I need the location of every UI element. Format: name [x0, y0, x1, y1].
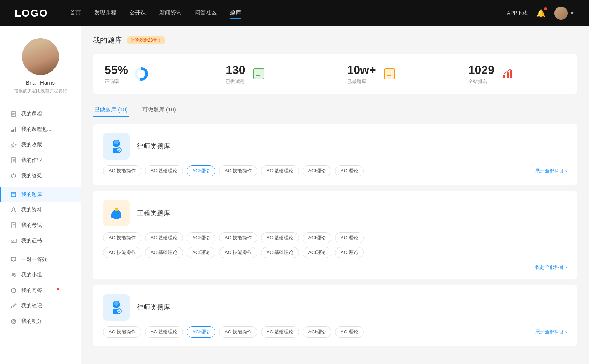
tag[interactable]: ACI技能操作	[103, 232, 141, 243]
bank-card-2: 工程类题库 ACI技能操作 ACI基础理论 ACI理论 ACI技能操作 ACI基…	[93, 191, 577, 279]
tag[interactable]: ACI技能操作	[219, 247, 257, 258]
svg-point-25	[11, 319, 16, 324]
sidebar-label: 我的题库	[21, 191, 42, 198]
tag[interactable]: ACI基础理论	[145, 326, 183, 338]
bank-2-title: 工程类题库	[137, 209, 170, 218]
sidebar-label: 我的笔记	[21, 303, 42, 309]
sidebar-item-cert[interactable]: 我的证书	[0, 233, 81, 249]
tag[interactable]: ACI理论	[187, 326, 215, 338]
tag[interactable]: ACI理论	[303, 247, 331, 258]
notes-icon	[10, 303, 17, 309]
sidebar-item-my-courses[interactable]: 我的课程	[0, 106, 81, 122]
tag[interactable]: ACI基础理论	[145, 232, 183, 243]
tag[interactable]: ACI基础理论	[261, 247, 299, 258]
nav-discover[interactable]: 发现课程	[94, 9, 116, 18]
top-nav: LOGO 首页 发现课程 公开课 新闻资讯 问答社区 题库 ··· APP下载 …	[0, 0, 589, 26]
app-download-link[interactable]: APP下载	[507, 10, 528, 17]
tag[interactable]: ACI理论	[335, 232, 364, 243]
sidebar-item-exam[interactable]: 我的考试	[0, 218, 81, 233]
avatar-img	[22, 38, 59, 75]
svg-point-20	[12, 240, 13, 242]
page-header: 我的题库 体验剩余23天！	[93, 35, 577, 45]
pie-chart	[135, 67, 148, 81]
nav-news[interactable]: 新闻资讯	[159, 9, 181, 18]
courses-icon	[10, 111, 17, 117]
sidebar-item-course-package[interactable]: 我的课程包...	[0, 122, 81, 137]
bank-1-expand-btn[interactable]: 展开全部科目 ›	[535, 168, 567, 174]
sidebar-item-homework[interactable]: 我的作业	[0, 153, 81, 168]
tag[interactable]: ACI理论	[303, 165, 331, 176]
tag[interactable]: ACI理论	[335, 326, 364, 338]
svg-point-26	[13, 320, 15, 322]
bank-3-expand-btn[interactable]: 展开全部科目 ›	[535, 329, 567, 335]
tag[interactable]: ACI理论	[187, 247, 215, 258]
tag[interactable]: ACI技能操作	[219, 165, 257, 176]
sidebar-item-favorites[interactable]: 我的收藏	[0, 137, 81, 153]
sidebar-divider-1	[0, 185, 81, 185]
nav-home[interactable]: 首页	[70, 9, 81, 18]
bank-1-tags: ACI技能操作 ACI基础理论 ACI理论 ACI技能操作 ACI基础理论 AC…	[103, 165, 567, 176]
nav-qa[interactable]: 问答社区	[195, 9, 217, 18]
correct-rate-icon	[134, 67, 149, 81]
sidebar-label: 我的考试	[21, 222, 42, 229]
done-banks-value: 10w+	[347, 63, 376, 77]
tag[interactable]: ACI基础理论	[145, 247, 183, 258]
favorites-icon	[10, 142, 17, 148]
tag[interactable]: ACI技能操作	[103, 247, 141, 258]
one-on-one-icon	[10, 256, 17, 263]
group-icon	[10, 272, 17, 278]
sidebar-label: 我的资料	[21, 207, 42, 213]
sidebar-menu: 我的课程 我的课程包... 我的收藏 我的作业	[0, 103, 81, 332]
tag[interactable]: ACI基础理论	[261, 326, 299, 338]
sidebar-item-qa-mine[interactable]: ? 我的答疑	[0, 168, 81, 183]
notification-bell[interactable]: 🔔	[536, 9, 546, 18]
bank-card-3: 律师类题库 ACI技能操作 ACI基础理论 ACI理论 ACI技能操作 ACI基…	[93, 285, 577, 346]
svg-point-21	[12, 273, 14, 275]
trial-badge: 体验剩余23天！	[127, 36, 165, 44]
questions-icon	[251, 67, 266, 81]
svg-rect-0	[11, 112, 16, 116]
bank-3-tags: ACI技能操作 ACI基础理论 ACI理论 ACI技能操作 ACI基础理论 AC…	[103, 326, 567, 338]
sidebar-item-one-on-one[interactable]: 一对一答疑	[0, 252, 81, 267]
points-icon	[10, 318, 17, 325]
tag[interactable]: ACI基础理论	[261, 165, 299, 176]
sidebar-label: 我的答疑	[21, 172, 42, 179]
sidebar-item-my-info[interactable]: 我的资料	[0, 202, 81, 218]
svg-rect-37	[503, 75, 505, 78]
sidebar-label: 我的课程包...	[21, 126, 52, 133]
nav-open-course[interactable]: 公开课	[130, 9, 146, 18]
tag[interactable]: ACI理论	[187, 232, 215, 243]
tab-todo-banks[interactable]: 可做题库 (10)	[141, 103, 177, 117]
nav-more[interactable]: ···	[254, 9, 259, 18]
tag[interactable]: ACI理论	[303, 232, 331, 243]
tag[interactable]: ACI技能操作	[219, 232, 257, 243]
tag[interactable]: ACI理论	[303, 326, 331, 338]
bank-1-icon	[103, 133, 130, 160]
sidebar-item-group[interactable]: 我的小组	[0, 267, 81, 283]
tag[interactable]: ACI技能操作	[219, 326, 257, 338]
tag[interactable]: ACI基础理论	[145, 165, 183, 176]
nav-question-bank[interactable]: 题库	[230, 9, 241, 18]
sidebar-item-points[interactable]: 我的积分	[0, 314, 81, 329]
sidebar-divider-2	[0, 250, 81, 250]
user-avatar-nav[interactable]: ▼	[554, 7, 574, 20]
sidebar-item-my-questions[interactable]: ? 我的问答	[0, 283, 81, 298]
tag[interactable]: ACI技能操作	[103, 326, 141, 338]
bank-2-tags-row-2: ACI技能操作 ACI基础理论 ACI理论 ACI技能操作 ACI基础理论 AC…	[103, 247, 567, 258]
tag[interactable]: ACI理论	[335, 165, 364, 176]
tab-done-banks[interactable]: 已做题库 (10)	[93, 103, 129, 117]
tag[interactable]: ACI技能操作	[103, 165, 141, 176]
bell-badge	[544, 7, 547, 10]
tag[interactable]: ACI理论	[335, 247, 364, 258]
correct-rate-value: 55%	[105, 63, 128, 77]
sidebar-item-notes[interactable]: 我的笔记	[0, 298, 81, 314]
homework-icon	[10, 157, 17, 164]
tag[interactable]: ACI基础理论	[261, 232, 299, 243]
nav-right: APP下载 🔔 ▼	[507, 7, 574, 20]
svg-rect-13	[11, 192, 16, 197]
svg-text:?: ?	[13, 174, 15, 178]
tag[interactable]: ACI理论	[187, 165, 215, 176]
stat-correct-rate: 55% 正确率	[93, 54, 214, 94]
bank-2-collapse-btn[interactable]: 收起全部科目 ›	[103, 264, 567, 271]
sidebar-item-question-bank[interactable]: 我的题库	[0, 187, 81, 202]
